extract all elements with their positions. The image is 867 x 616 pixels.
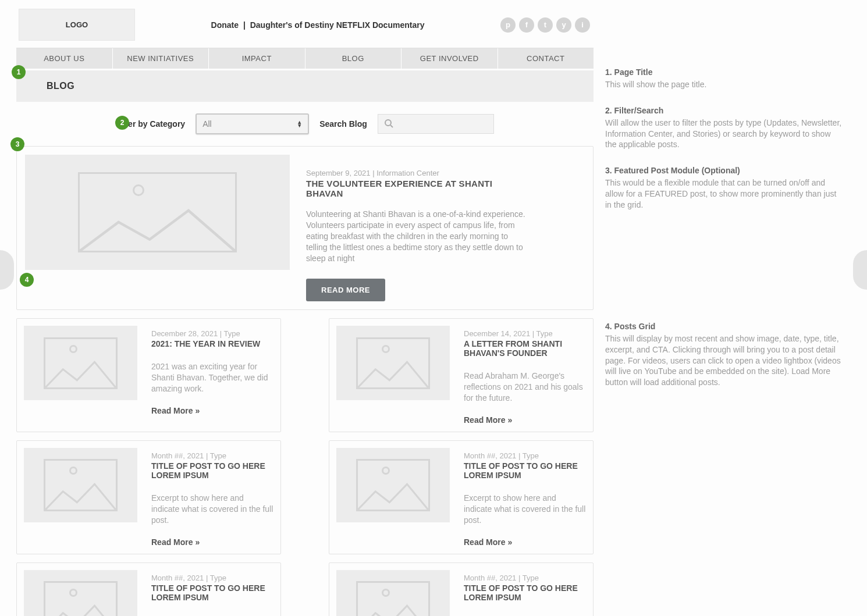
category-selected-value: All (202, 119, 212, 129)
post-meta: Month ##, 2021 | Type (151, 451, 273, 460)
post-image-placeholder[interactable] (24, 448, 137, 522)
search-icon (384, 119, 393, 130)
annotation-body: Will allow the user to filter the posts … (605, 117, 844, 151)
post-title: TITLE OF POST TO GO HERE LOREM IPSUM (151, 583, 273, 602)
post-meta: December 28, 2021 | Type (151, 329, 273, 338)
post-excerpt: Excerpt to show here and indicate what i… (151, 493, 273, 526)
annotations-sidebar: 1. Page Title This will show the page ti… (594, 0, 867, 616)
posts-grid: December 28, 2021 | Type 2021: THE YEAR … (16, 318, 594, 616)
post-card: Month ##, 2021 | Type TITLE OF POST TO G… (16, 440, 281, 554)
facebook-icon[interactable]: f (519, 17, 534, 33)
post-excerpt: 2021 was an exciting year for Shanti Bha… (151, 361, 273, 394)
image-placeholder-icon (44, 581, 118, 616)
post-body: Month ##, 2021 | Type TITLE OF POST TO G… (151, 570, 273, 616)
search-label: Search Blog (319, 119, 367, 129)
main-nav: ABOUT US NEW INITIATIVES IMPACT BLOG GET… (16, 48, 594, 69)
link-separator: | (243, 20, 246, 30)
image-placeholder-icon (78, 172, 237, 253)
post-image-placeholder[interactable] (336, 326, 450, 400)
post-card: Month ##, 2021 | Type TITLE OF POST TO G… (329, 562, 594, 616)
logo[interactable]: LOGO (19, 9, 135, 41)
annotation-title: 4. Posts Grid (605, 321, 844, 332)
post-image-placeholder[interactable] (24, 326, 137, 400)
featured-meta: September 9, 2021 | Information Center (306, 169, 527, 177)
post-body: Month ##, 2021 | Type TITLE OF POST TO G… (464, 448, 586, 547)
donate-link[interactable]: Donate (211, 20, 239, 30)
annotation-3: 3. Featured Post Module (Optional) This … (605, 165, 844, 211)
post-title: TITLE OF POST TO GO HERE LOREM IPSUM (151, 461, 273, 480)
annotation-title: 1. Page Title (605, 67, 844, 78)
post-body: December 28, 2021 | Type 2021: THE YEAR … (151, 326, 273, 425)
annotation-4: 4. Posts Grid This will display by most … (605, 321, 844, 388)
post-title: TITLE OF POST TO GO HERE LOREM IPSUM (464, 461, 586, 480)
instagram-icon[interactable]: i (575, 17, 590, 33)
annotation-title: 2. Filter/Search (605, 105, 844, 116)
post-image-placeholder[interactable] (336, 448, 450, 522)
search-input[interactable] (378, 114, 494, 134)
annotation-body: This will show the page title. (605, 79, 844, 90)
post-card: December 28, 2021 | Type 2021: THE YEAR … (16, 318, 281, 432)
nav-impact[interactable]: IMPACT (209, 48, 305, 69)
svg-line-1 (390, 125, 393, 127)
post-card: Month ##, 2021 | Type TITLE OF POST TO G… (329, 440, 594, 554)
annotation-2: 2. Filter/Search Will allow the user to … (605, 105, 844, 151)
post-meta: Month ##, 2021 | Type (151, 574, 273, 582)
post-image-placeholder[interactable] (336, 570, 450, 616)
post-meta: Month ##, 2021 | Type (464, 574, 586, 582)
featured-read-more-button[interactable]: READ MORE (306, 279, 385, 301)
annotation-badge-3: 3 (10, 137, 24, 151)
twitter-icon[interactable]: t (538, 17, 553, 33)
category-select[interactable]: All ▲▼ (196, 113, 309, 134)
image-placeholder-icon (356, 337, 430, 390)
featured-title: THE VOLUNTEER EXPERIENCE AT SHANTI BHAVA… (306, 179, 527, 198)
post-card: Month ##, 2021 | Type TITLE OF POST TO G… (16, 562, 281, 616)
annotation-badge-1: 1 (12, 65, 26, 79)
nav-new-initiatives[interactable]: NEW INITIATIVES (113, 48, 209, 69)
post-read-more-link[interactable]: Read More » (151, 406, 273, 415)
nav-get-involved[interactable]: GET INVOLVED (401, 48, 498, 69)
post-read-more-link[interactable]: Read More » (464, 537, 586, 547)
annotation-title: 3. Featured Post Module (Optional) (605, 165, 844, 176)
post-body: December 14, 2021 | Type A LETTER FROM S… (464, 326, 586, 425)
annotation-1: 1. Page Title This will show the page ti… (605, 67, 844, 90)
svg-point-0 (385, 120, 391, 126)
post-title: TITLE OF POST TO GO HERE LOREM IPSUM (464, 583, 586, 602)
post-excerpt: Read Abraham M. George's reflections on … (464, 371, 586, 404)
header-links: Donate | Daughter's of Destiny NETFLIX D… (135, 20, 500, 30)
image-placeholder-icon (44, 337, 118, 390)
pinterest-icon[interactable]: p (500, 17, 516, 33)
page-title: BLOG (16, 69, 594, 102)
post-body: Month ##, 2021 | Type TITLE OF POST TO G… (464, 570, 586, 616)
documentary-link[interactable]: Daughter's of Destiny NETFLIX Documentar… (250, 20, 425, 30)
nav-contact[interactable]: CONTACT (498, 48, 594, 69)
post-title: A LETTER FROM SHANTI BHAVAN'S FOUNDER (464, 339, 586, 358)
post-read-more-link[interactable]: Read More » (151, 537, 273, 547)
post-meta: Month ##, 2021 | Type (464, 451, 586, 460)
featured-body: September 9, 2021 | Information Center T… (306, 155, 585, 301)
post-body: Month ##, 2021 | Type TITLE OF POST TO G… (151, 448, 273, 547)
post-card: December 14, 2021 | Type A LETTER FROM S… (329, 318, 594, 432)
featured-post: September 9, 2021 | Information Center T… (16, 146, 594, 310)
featured-image-placeholder[interactable] (25, 155, 290, 270)
header: LOGO Donate | Daughter's of Destiny NETF… (16, 0, 594, 48)
post-read-more-link[interactable]: Read More » (464, 415, 586, 425)
nav-about-us[interactable]: ABOUT US (16, 48, 113, 69)
image-placeholder-icon (44, 459, 118, 511)
youtube-icon[interactable]: y (556, 17, 571, 33)
featured-excerpt: Volunteering at Shanti Bhavan is a one-o… (306, 209, 527, 264)
annotation-badge-4: 4 (20, 273, 34, 287)
post-title: 2021: THE YEAR IN REVIEW (151, 339, 273, 348)
image-placeholder-icon (356, 581, 430, 616)
carousel-next-stub[interactable] (853, 250, 867, 290)
main-column: LOGO Donate | Daughter's of Destiny NETF… (0, 0, 594, 616)
nav-blog[interactable]: BLOG (305, 48, 402, 69)
select-arrows-icon: ▲▼ (297, 120, 302, 127)
annotation-body: This would be a flexible module that can… (605, 177, 844, 211)
post-image-placeholder[interactable] (24, 570, 137, 616)
post-meta: December 14, 2021 | Type (464, 329, 586, 338)
social-icons: p f t y i (500, 17, 594, 33)
post-excerpt: Excerpt to show here and indicate what i… (464, 493, 586, 526)
annotation-body: This will display by most recent and sho… (605, 333, 844, 388)
filter-row: Filter by Category All ▲▼ Search Blog (16, 102, 594, 146)
image-placeholder-icon (356, 459, 430, 511)
